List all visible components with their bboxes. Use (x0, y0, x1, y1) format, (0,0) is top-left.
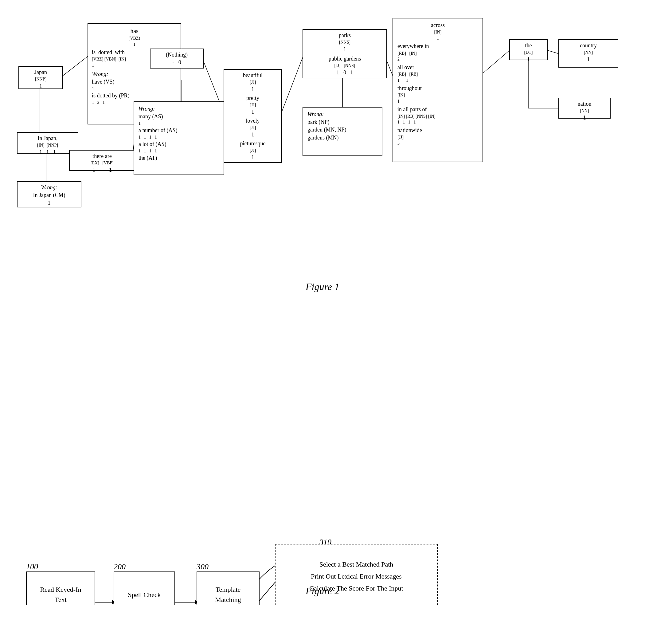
beautiful-box: beautiful [JJ] 1 pretty [JJ] 1 lovely [J… (224, 69, 282, 163)
svg-line-12 (547, 50, 559, 54)
country-box: country [NN] 1 (559, 39, 618, 67)
figure1-label: Figure 1 (0, 278, 645, 296)
nothing-box: (Nothing) - 0 (150, 48, 204, 68)
badge-300: 300 (197, 562, 209, 572)
there-are-box: there are [EX] [VBP] 1 1 (69, 150, 135, 171)
figure2-area: 100 200 300 310 321 322 323 Read Keyed-I… (0, 304, 645, 605)
wrong-many-box: Wrong: many (AS) 1 a number of (AS) 1 1 … (134, 102, 224, 175)
badge-100: 100 (26, 562, 38, 572)
svg-line-9 (281, 54, 304, 114)
figure1-area: Japan [NNP] 1 has (VBZ) 1 is dotted with… (0, 0, 645, 301)
wrong-in-japan-box: Wrong: In Japan (CM) 1 (17, 181, 81, 207)
japan-box: Japan [NNP] 1 (18, 66, 63, 89)
svg-line-11 (482, 50, 510, 74)
nation-box: nation [NN] 1 (559, 98, 611, 119)
badge-200: 200 (114, 562, 126, 572)
parks-box: parks [NNS] 1 public gardens [JJ] [NNS] … (302, 29, 387, 78)
across-box: across [IN] 1 everywhere in [RB] [IN] 2 … (393, 18, 483, 162)
svg-line-0 (61, 55, 89, 77)
the-box: the [DT] 1 (509, 39, 548, 60)
wrong-park-box: Wrong: park (NP) garden (MN, NP) gardens… (302, 107, 382, 156)
figure2-label: Figure 2 (0, 582, 645, 600)
